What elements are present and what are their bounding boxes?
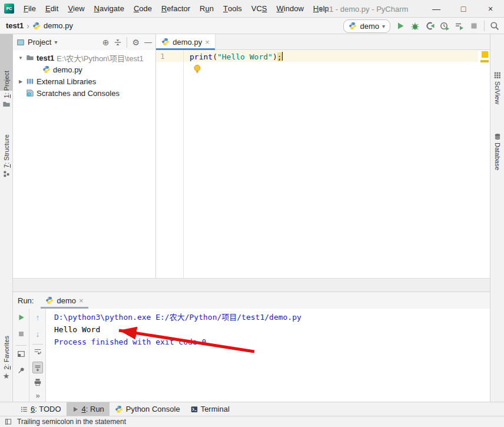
scroll-to-end-button[interactable] [29, 362, 46, 373]
breadcrumb-file[interactable]: demo.py [44, 21, 73, 30]
expand-arrow-icon[interactable]: ▶ [18, 79, 24, 84]
run-with-coverage-button[interactable] [425, 21, 435, 31]
stop-button[interactable] [469, 21, 479, 31]
menu-vcs[interactable]: VCS [247, 0, 272, 17]
toolbar-divider [16, 345, 26, 346]
folder-icon [2, 100, 11, 108]
tool-window-bar: 6: TODO 4: Run Python Console Terminal E… [0, 402, 504, 416]
pycharm-window: PC File Edit View Navigate Code Refactor… [0, 0, 504, 427]
editor-body[interactable]: 1 print("Hello Word"); [156, 50, 490, 278]
hide-panel-icon[interactable]: — [144, 38, 152, 47]
close-tab-icon[interactable]: × [79, 296, 84, 305]
project-panel-actions: ⊕ ⚙ — [102, 37, 152, 48]
stop-process-button[interactable] [13, 330, 29, 338]
panel-divider [127, 37, 127, 48]
close-tab-icon[interactable]: × [205, 38, 210, 47]
toolwindow-button-sciview[interactable]: SciView [490, 72, 504, 104]
tree-row-root[interactable]: ▼ test1 E:\农大\Python\项目\test1 [13, 52, 155, 64]
pin-tab-button[interactable] [13, 366, 29, 375]
toolwindow-button-python-console[interactable]: Python Console [110, 402, 185, 416]
toolbar-divider [32, 344, 43, 345]
breadcrumb-separator: › [26, 21, 29, 31]
scratches-icon [26, 89, 34, 97]
run-with-parameters-button[interactable] [455, 21, 464, 31]
menu-file[interactable]: File [19, 0, 41, 17]
more-actions-button[interactable]: » [29, 391, 46, 400]
database-icon [494, 133, 501, 140]
window-title: test1 - demo.py - PyCharm [317, 0, 408, 18]
collapse-all-icon[interactable] [114, 38, 122, 47]
tab-demo-py[interactable]: demo.py × [156, 34, 215, 49]
chevron-down-icon: ▾ [54, 39, 57, 45]
menu-navigate[interactable]: Navigate [89, 0, 129, 17]
run-tool-window: Run: demo × ↑ ↓ [13, 292, 490, 402]
console-command-line: D:\python3\python.exe E:/农大/Python/项目/te… [54, 311, 490, 323]
console-exit-line: Process finished with exit code 0 [54, 336, 490, 348]
prev-occurrence-button[interactable]: ↑ [29, 313, 46, 322]
menu-tools[interactable]: Tools [218, 0, 247, 17]
grid-icon [494, 72, 501, 79]
right-tool-strip: SciView Database [490, 34, 504, 402]
next-occurrence-button[interactable]: ↓ [29, 330, 46, 338]
project-panel-header: Project ▾ ⊕ ⚙ — [13, 34, 155, 50]
project-view-selector[interactable]: Project ▾ [16, 38, 99, 47]
toolwindow-toggle-icon[interactable] [5, 418, 12, 425]
menu-view[interactable]: View [63, 0, 89, 17]
tree-row-demo-file[interactable]: demo.py [13, 64, 155, 75]
inspection-status-square[interactable] [482, 51, 488, 58]
python-console-icon [115, 405, 123, 413]
minimize-button[interactable]: — [423, 0, 450, 18]
console-output-line: Hello Word [54, 323, 490, 336]
menu-edit[interactable]: Edit [41, 0, 63, 17]
maximize-button[interactable]: □ [450, 0, 477, 18]
close-button[interactable]: × [477, 0, 504, 18]
intention-bulb-icon[interactable] [193, 64, 202, 74]
gear-icon[interactable]: ⚙ [132, 38, 140, 47]
soft-wrap-button[interactable] [29, 347, 46, 356]
code-line[interactable]: print("Hello Word"); [190, 52, 283, 61]
python-file-icon [161, 38, 170, 46]
warning-stripe-mark[interactable] [480, 60, 489, 62]
toolwindow-button-run[interactable]: 4: Run [67, 402, 110, 416]
menu-run[interactable]: Run [195, 0, 218, 17]
menu-code[interactable]: Code [129, 0, 157, 17]
toolwindow-button-todo[interactable]: 6: TODO [15, 402, 67, 416]
toolwindow-button-favorites[interactable]: 2: Favorites ★ [0, 336, 12, 380]
line-number: 1 [160, 52, 165, 61]
python-file-icon [45, 296, 54, 304]
toolwindow-button-structure[interactable]: 7: Structure [0, 134, 12, 177]
debug-button[interactable] [410, 21, 420, 31]
run-configuration-select[interactable]: demo ▾ [343, 19, 390, 33]
editor-gutter [156, 50, 184, 278]
python-file-icon [42, 65, 51, 74]
expand-arrow-icon[interactable]: ▼ [18, 55, 24, 61]
python-config-icon [349, 22, 357, 30]
run-console[interactable]: D:\python3\python.exe E:/农大/Python/项目/te… [46, 309, 490, 402]
run-button[interactable] [396, 21, 405, 31]
code-string: "Hello Word" [217, 52, 273, 61]
left-tool-strip: 1: Project 7: Structure 2: Favorites ★ [0, 34, 13, 402]
toolwindow-button-database[interactable]: Database [490, 133, 504, 170]
locate-file-icon[interactable]: ⊕ [102, 38, 110, 47]
search-everywhere-icon[interactable] [490, 21, 499, 31]
profiler-button[interactable] [440, 21, 449, 31]
toolwindow-button-terminal[interactable]: Terminal [185, 402, 235, 416]
run-toolwindow-icon [72, 406, 79, 413]
project-tree: ▼ test1 E:\农大\Python\项目\test1 demo.py ▶ … [13, 50, 155, 99]
status-bar: Trailing semicolon in the statement 1:21… [0, 416, 504, 427]
print-button[interactable] [29, 378, 46, 386]
restore-layout-button[interactable] [13, 350, 29, 358]
breadcrumb-project[interactable]: test1 [6, 21, 24, 30]
libraries-icon [26, 77, 34, 85]
run-toolbar: demo ▾ [343, 19, 499, 33]
tree-row-external-libraries[interactable]: ▶ External Libraries [13, 75, 155, 87]
menu-window[interactable]: Window [272, 0, 309, 17]
editor-area: demo.py × 1 print("Hello Word"); [156, 34, 490, 278]
rerun-button[interactable] [13, 313, 29, 322]
toolbar-divider [484, 21, 485, 31]
run-tab-demo[interactable]: demo × [41, 292, 88, 309]
menu-refactor[interactable]: Refactor [157, 0, 195, 17]
tree-row-scratches[interactable]: Scratches and Consoles [13, 87, 155, 99]
editor-run-splitter[interactable] [13, 278, 490, 292]
toolwindow-button-project[interactable]: 1: Project [0, 71, 12, 108]
